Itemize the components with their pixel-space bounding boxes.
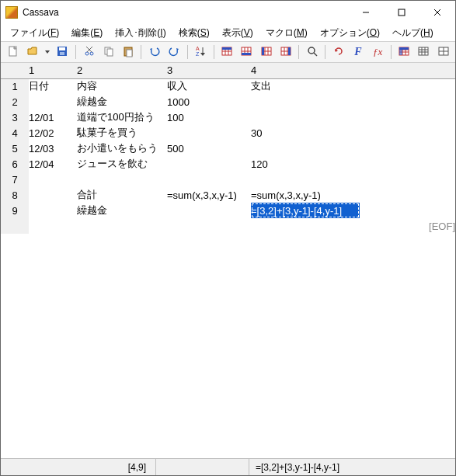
cell[interactable] [77,172,167,187]
column-header[interactable]: 4 [251,63,360,78]
cell[interactable] [29,187,77,203]
cell[interactable]: =sum(x,3,x,y-1) [167,187,251,203]
copy-button[interactable] [99,43,117,61]
column-header[interactable]: 2 [77,63,167,78]
cell[interactable]: 支出 [251,78,360,94]
row-header[interactable]: 6 [1,156,29,172]
cell[interactable]: 繰越金 [77,203,167,218]
open-file-button[interactable] [23,43,41,61]
grid-icon [221,45,233,60]
cell[interactable] [251,109,360,125]
eof-marker: [EOF] [29,218,455,234]
cell[interactable]: 100 [167,109,251,125]
column-header[interactable]: 3 [167,63,251,78]
cell[interactable]: 1000 [167,94,251,109]
paste-button[interactable] [119,43,137,61]
grid-icon [280,45,292,60]
redo-button[interactable] [165,43,183,61]
spreadsheet-grid[interactable]: 12341日付内容収入支出2繰越金1000312/01道端で100円拾う1004… [1,63,455,458]
cell[interactable] [167,172,251,187]
svg-text:Z: Z [196,51,200,57]
table-btn-3[interactable] [434,43,452,61]
table-icon [437,45,450,60]
row-header[interactable]: 4 [1,125,29,141]
cell[interactable] [167,156,251,172]
menu-file[interactable]: ファイル(F) [4,25,65,41]
row-header[interactable]: 2 [1,94,29,109]
menu-macro[interactable]: マクロ(M) [259,25,314,41]
new-file-button[interactable] [4,43,22,61]
undo-button[interactable] [145,43,163,61]
cell[interactable] [167,203,251,218]
menu-view[interactable]: 表示(V) [216,25,259,41]
cell[interactable] [167,125,251,141]
search-button[interactable] [303,43,321,61]
cell[interactable] [29,94,77,109]
row-header[interactable]: 1 [1,78,29,94]
cell[interactable]: 120 [251,156,360,172]
menu-option[interactable]: オプション(O) [314,25,386,41]
menu-edit[interactable]: 編集(E) [65,25,109,41]
open-dropdown-button[interactable] [43,43,52,61]
cell[interactable]: 道端で100円拾う [77,109,167,125]
refresh-button[interactable] [329,43,347,61]
svg-rect-38 [288,47,291,55]
close-button[interactable] [419,1,455,24]
grid-btn-4[interactable] [277,43,294,61]
cell[interactable]: 12/04 [29,156,77,172]
cell[interactable] [251,172,360,187]
grid-btn-2[interactable] [238,43,256,61]
row-header[interactable]: 3 [1,109,29,125]
menu-search[interactable]: 検索(S) [172,25,216,41]
cell[interactable]: 12/01 [29,109,77,125]
menu-help[interactable]: ヘルプ(H) [386,25,440,41]
cell[interactable]: 駄菓子を買う [77,125,167,141]
titlebar: Cassava [1,1,455,24]
fx-icon: ƒx [373,46,382,58]
grid-btn-3[interactable] [257,43,275,61]
svg-rect-6 [59,47,65,50]
cell[interactable]: 12/02 [29,125,77,141]
statusbar: [4,9] =[3,2]+[3,y-1]-[4,y-1] [1,458,455,475]
cell[interactable]: 繰越金 [77,94,167,109]
cell[interactable] [251,141,360,156]
cell[interactable]: 500 [167,141,251,156]
cell[interactable]: 合計 [77,187,167,203]
minimize-button[interactable] [348,1,384,24]
search-icon [306,45,319,60]
row-header[interactable]: 7 [1,172,29,187]
sort-button[interactable]: AZ [192,43,210,61]
grid-btn-1[interactable] [218,43,236,61]
column-header[interactable]: 1 [29,63,77,78]
grid-icon [260,45,273,60]
table-icon [417,45,430,60]
cell[interactable] [29,172,77,187]
table-btn-1[interactable] [395,43,413,61]
cell[interactable] [251,94,360,109]
row-header[interactable]: 8 [1,187,29,203]
cell[interactable]: 内容 [77,78,167,94]
cell[interactable]: =sum(x,3,x,y-1) [251,187,360,203]
fx-button[interactable]: ƒx [369,43,387,61]
cell[interactable]: ジュースを飲む [77,156,167,172]
cell[interactable]: =[3,2]+[3,y-1]-[4,y-1] [251,203,360,218]
cut-button[interactable] [80,43,98,61]
cell[interactable]: 収入 [167,78,251,94]
save-button[interactable] [54,43,71,61]
row-header[interactable]: 9 [1,203,29,218]
corner-cell[interactable] [1,63,29,78]
font-button[interactable]: F [349,43,367,61]
table-btn-2[interactable] [415,43,433,61]
row-header[interactable]: 5 [1,141,29,156]
refresh-icon [332,45,345,60]
svg-line-10 [87,47,92,52]
cell[interactable]: 30 [251,125,360,141]
cell[interactable]: 日付 [29,78,77,94]
cell[interactable] [29,203,77,218]
window-title: Cassava [23,7,348,18]
cell[interactable]: お小遣いをもらう [77,141,167,156]
menu-insdel[interactable]: 挿入･削除(I) [109,25,172,41]
maximize-button[interactable] [384,1,419,24]
toolbar-separator [214,45,214,59]
cell[interactable]: 12/03 [29,141,77,156]
